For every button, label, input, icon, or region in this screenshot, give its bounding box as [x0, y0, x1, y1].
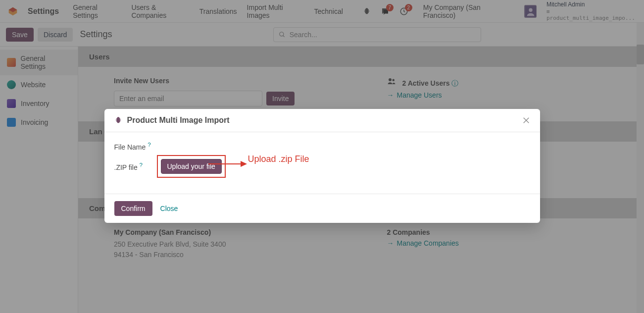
annotation-arrow-icon: [208, 159, 248, 169]
modal-dialog: Product Multi Image Import File Name ? .…: [104, 109, 540, 223]
help-icon[interactable]: ?: [140, 161, 143, 168]
bug-icon: [114, 116, 122, 124]
modal-overlay: Product Multi Image Import File Name ? .…: [0, 0, 644, 313]
confirm-button[interactable]: Confirm: [114, 201, 152, 216]
close-link[interactable]: Close: [160, 205, 178, 212]
zip-file-label: .ZIP file ?: [114, 161, 150, 171]
annotation-text: Upload .zip File: [248, 154, 309, 164]
close-icon[interactable]: [522, 116, 530, 124]
help-icon[interactable]: ?: [148, 141, 150, 148]
modal-title: Product Multi Image Import: [127, 116, 230, 125]
file-name-label: File Name ?: [114, 141, 151, 151]
svg-marker-12: [241, 161, 247, 167]
